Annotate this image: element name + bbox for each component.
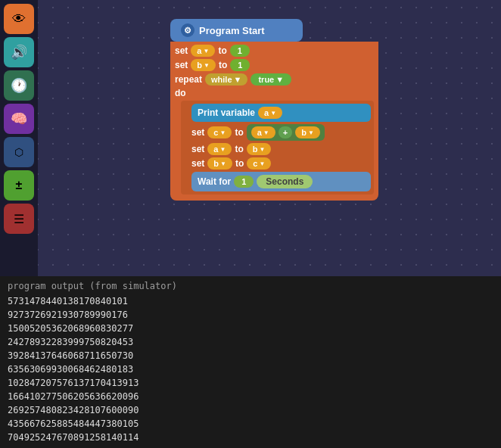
main-body: set a ▼ to 1 set b ▼ bbox=[170, 42, 378, 201]
repeat-label: repeat bbox=[175, 74, 202, 85]
var-a-pill[interactable]: a ▼ bbox=[191, 45, 215, 57]
canvas-area: 👁 🔊 🕐 🧠 ⬡ ± ☰ ⚙ Program Start set a ▼ bbox=[0, 0, 501, 276]
set-b2-label: set bbox=[191, 158, 204, 169]
expr-a-pill[interactable]: a ▼ bbox=[251, 126, 275, 138]
val-1-pill[interactable]: 1 bbox=[230, 45, 250, 57]
while-pill[interactable]: while ▼ bbox=[205, 73, 247, 86]
do-row: do bbox=[175, 88, 374, 98]
dropdown-arrow-b: ▼ bbox=[204, 62, 210, 69]
to-a2-label: to bbox=[235, 144, 243, 154]
output-lines: 5731478440138170840101927372692193078999… bbox=[8, 294, 493, 444]
wait-for-label: Wait for bbox=[198, 176, 231, 187]
blocks-area: ⚙ Program Start set a ▼ to 1 bbox=[38, 0, 501, 276]
print-var-label: Print variable bbox=[198, 107, 255, 118]
set-a-row: set a ▼ to 1 bbox=[175, 45, 374, 57]
to-b2-label: to bbox=[235, 158, 244, 169]
sidebar-btn-eye[interactable]: 👁 bbox=[4, 4, 34, 34]
repeat-row: repeat while ▼ true ▼ bbox=[175, 73, 374, 86]
output-line: 166410277506205636620096 bbox=[8, 390, 493, 403]
seconds-label: Seconds bbox=[257, 175, 313, 188]
wait-row: Wait for 1 Seconds bbox=[191, 172, 371, 191]
val-c2-pill[interactable]: c ▼ bbox=[247, 157, 271, 170]
set-a2-row: set a ▼ to b ▼ bbox=[191, 143, 371, 155]
gear-icon: ⚙ bbox=[181, 23, 194, 37]
true-arrow: ▼ bbox=[275, 75, 284, 84]
to-b-label: to bbox=[219, 60, 227, 70]
plus-pill: + bbox=[279, 126, 292, 138]
output-line: 63563069930068462480183 bbox=[8, 362, 493, 376]
set-b-label: set bbox=[175, 60, 188, 70]
expr-block: a ▼ + b ▼ bbox=[247, 124, 325, 141]
do-label: do bbox=[175, 88, 186, 98]
output-line: 435667625885484447380105 bbox=[8, 417, 493, 431]
set-b-row: set b ▼ to 1 bbox=[175, 59, 374, 71]
sidebar-btn-brain[interactable]: 🧠 bbox=[4, 104, 34, 134]
program-start-label: Program Start bbox=[199, 25, 265, 36]
output-line: 24278932283999750820453 bbox=[8, 335, 493, 349]
sidebar-btn-flow[interactable]: ⬡ bbox=[4, 137, 34, 167]
output-line: 5731478440138170840101 bbox=[8, 294, 493, 308]
var-a2-pill[interactable]: a ▼ bbox=[207, 143, 232, 155]
program-start-block[interactable]: ⚙ Program Start bbox=[170, 19, 303, 42]
do-body: Print variable a ▼ set c ▼ to bbox=[181, 101, 374, 194]
var-b-pill[interactable]: b ▼ bbox=[191, 59, 216, 71]
var-b2-pill[interactable]: b ▼ bbox=[207, 157, 232, 170]
set-a2-label: set bbox=[191, 144, 204, 154]
sidebar-btn-list[interactable]: ☰ bbox=[4, 204, 34, 234]
expr-b-pill[interactable]: b ▼ bbox=[295, 126, 320, 138]
print-var-row: Print variable a ▼ bbox=[191, 104, 371, 122]
set-a-label: set bbox=[175, 45, 188, 56]
wait-num-pill[interactable]: 1 bbox=[234, 176, 254, 188]
sidebar: 👁 🔊 🕐 🧠 ⬡ ± ☰ bbox=[0, 0, 38, 276]
while-arrow: ▼ bbox=[234, 75, 242, 84]
to-a-label: to bbox=[218, 45, 226, 56]
output-line: 9273726921930789990176 bbox=[8, 308, 493, 322]
output-line: 15005205362068960830277 bbox=[8, 322, 493, 335]
print-a-pill[interactable]: a ▼ bbox=[258, 107, 282, 119]
set-c-row: set c ▼ to a ▼ + bbox=[191, 124, 371, 141]
output-line: 102847207576137170413913 bbox=[8, 376, 493, 390]
output-line: 704925247670891258140114 bbox=[8, 431, 493, 444]
block-container: ⚙ Program Start set a ▼ to 1 bbox=[170, 19, 378, 201]
val-b2-pill[interactable]: b ▼ bbox=[247, 143, 272, 155]
to-c-label: to bbox=[235, 127, 243, 138]
output-header: program output (from simulator) bbox=[8, 281, 493, 291]
var-c-pill[interactable]: c ▼ bbox=[207, 126, 232, 138]
sidebar-btn-math[interactable]: ± bbox=[4, 170, 34, 201]
output-area: program output (from simulator) 57314784… bbox=[0, 276, 501, 448]
true-pill[interactable]: true ▼ bbox=[250, 73, 291, 86]
output-line: 269257480823428107600090 bbox=[8, 403, 493, 417]
sidebar-btn-clock[interactable]: 🕐 bbox=[4, 70, 34, 101]
val-1b-pill[interactable]: 1 bbox=[230, 59, 250, 71]
set-c-label: set bbox=[191, 127, 204, 138]
sidebar-btn-sound[interactable]: 🔊 bbox=[4, 37, 34, 67]
set-b2-row: set b ▼ to c ▼ bbox=[191, 157, 371, 170]
output-line: 39284137646068711650730 bbox=[8, 349, 493, 362]
dropdown-arrow: ▼ bbox=[203, 48, 209, 54]
